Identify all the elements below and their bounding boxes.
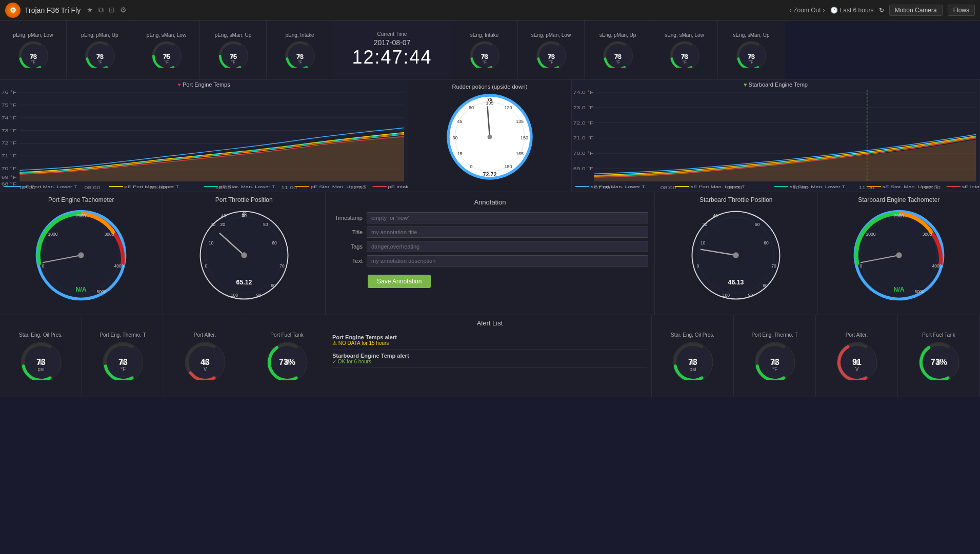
svg-text:60: 60 — [272, 240, 277, 245]
starboard-throttle-title: Starboard Throttle Position — [699, 196, 773, 203]
svg-text:30: 30 — [210, 222, 215, 227]
gauge-row-top: pEng, pMan, Low 73 °F pEng, pMan, Up 73 … — [0, 20, 980, 79]
bottom-gauge-label: Port Alter. — [846, 332, 868, 338]
svg-text:100: 100 — [231, 293, 238, 298]
svg-text:pE Port Man. Lower T: pE Port Man. Lower T — [23, 184, 77, 189]
gauge-peng-intake: pEng, Intake 73 °F — [267, 20, 333, 79]
port-throttle-title: Port Throttle Position — [215, 196, 273, 203]
bottom-row: Star. Eng, Oil Pres. 73 psi Port Eng. Th… — [0, 315, 980, 397]
svg-text:psi: psi — [689, 366, 696, 372]
svg-text:68 °F: 68 °F — [2, 181, 17, 187]
svg-text:180: 180 — [504, 164, 512, 169]
annotation-timestamp-row: Timestamp — [332, 212, 648, 223]
flows-button[interactable]: Flows — [948, 5, 975, 16]
svg-text:pE Port Man. Upper T: pE Port Man. Upper T — [125, 184, 179, 189]
gauge-label: pEng, pMan, Up — [81, 32, 118, 38]
svg-point-176 — [896, 252, 902, 258]
starboard-temp-title: ♥ Starboard Engine Temp — [572, 79, 979, 89]
gauge-seng-sman-low: sEng, sMan, Low 73 °F — [651, 20, 718, 79]
motion-camera-button[interactable]: Motion Camera — [889, 5, 943, 16]
svg-text:72.0 °F: 72.0 °F — [573, 120, 594, 125]
svg-text:73: 73 — [36, 358, 46, 366]
annotation-text-input[interactable] — [367, 255, 648, 266]
svg-text:74 °F: 74 °F — [2, 115, 17, 120]
svg-text:0: 0 — [470, 164, 472, 169]
time-range-label[interactable]: Last 6 hours — [840, 7, 874, 14]
zoom-out-label[interactable]: Zoom Out — [793, 7, 821, 14]
svg-text:°F: °F — [749, 59, 753, 64]
svg-text:73: 73 — [96, 52, 103, 60]
refresh-icon[interactable]: ↻ — [879, 7, 884, 14]
svg-text:60: 60 — [764, 240, 769, 245]
zoom-next-icon[interactable]: › — [823, 7, 825, 14]
bottom-port-fuel-right: Port Fuel Tank 73% — [898, 315, 980, 397]
svg-text:1000: 1000 — [48, 232, 58, 237]
current-clock: 12:47:44 — [352, 47, 432, 68]
bottom-gauge-label: Port Fuel Tank — [270, 332, 303, 338]
zoom-prev-icon[interactable]: ‹ — [789, 7, 791, 14]
svg-text:75: 75 — [487, 97, 492, 102]
svg-text:psi: psi — [37, 366, 44, 372]
current-date: 2017-08-07 — [374, 38, 411, 47]
gauge-svg: 73 °F — [533, 39, 569, 68]
settings-icon[interactable]: ⚙ — [120, 6, 127, 14]
save-annotation-button[interactable]: Save Annotation — [368, 275, 431, 288]
svg-text:50: 50 — [755, 222, 760, 227]
svg-text:120: 120 — [504, 105, 512, 110]
share-icon[interactable]: ⊡ — [109, 6, 115, 14]
svg-text:80: 80 — [271, 283, 276, 288]
alert-starboard-name: Starboard Engine Temp alert — [332, 353, 647, 359]
star-icon[interactable]: ★ — [87, 6, 93, 14]
alert-list-title: Alert List — [332, 319, 647, 327]
bottom-port-alter-right: Port Alter. 91 V — [816, 315, 898, 397]
alert-starboard-status: ✓ OK for 6 hours — [332, 359, 647, 364]
svg-text:69 °F: 69 °F — [2, 175, 17, 180]
gauge-label: pEng, Intake — [285, 32, 314, 38]
svg-text:73: 73 — [614, 52, 621, 60]
svg-text:40: 40 — [713, 213, 718, 218]
port-engine-temps-title: ♥ Port Engine Temps — [0, 79, 408, 89]
svg-text:73%: 73% — [930, 358, 947, 366]
svg-text:73: 73 — [29, 52, 36, 60]
bottom-gauge-svg: 73 °F — [752, 339, 798, 380]
svg-text:N/A: N/A — [76, 286, 87, 293]
port-engine-temps-panel: ♥ Port Engine Temps — [0, 79, 408, 192]
svg-text:N/A: N/A — [893, 286, 904, 293]
svg-text:72.72: 72.72 — [483, 171, 497, 177]
alert-item-starboard: Starboard Engine Temp alert ✓ OK for 6 h… — [332, 350, 647, 368]
green-heart-icon: ♥ — [744, 81, 747, 88]
svg-text:30: 30 — [452, 135, 457, 140]
copy-icon[interactable]: ⧉ — [98, 6, 104, 14]
starboard-tach-title: Starboard Engine Tachometer — [858, 196, 939, 203]
current-time-label: Current Time — [377, 31, 407, 37]
gauge-peng-sman-up: pEng, sMan, Up 75 °F — [200, 20, 267, 79]
annotation-title-input[interactable] — [367, 227, 648, 238]
bottom-gauge-label: Star. Eng, Oil Pres. — [19, 332, 63, 338]
svg-text:60: 60 — [469, 105, 474, 110]
svg-text:73.0 °F: 73.0 °F — [573, 105, 594, 110]
gauge-svg: 75 °F — [149, 39, 185, 68]
svg-text:11:00: 11:00 — [858, 185, 874, 190]
annotation-timestamp-input[interactable] — [367, 212, 648, 223]
annotation-tags-input[interactable] — [367, 241, 648, 252]
svg-text:73: 73 — [748, 52, 755, 60]
gauge-svg: 75 °F — [215, 39, 251, 68]
annotation-timestamp-label: Timestamp — [332, 215, 363, 221]
svg-text:73 °F: 73 °F — [2, 128, 17, 133]
gauge-svg: 73 °F — [733, 39, 769, 68]
gauge-seng-sman-up: sEng, sMan, Up 73 °F — [718, 20, 785, 79]
gauge-svg: 73 °F — [15, 39, 51, 68]
svg-text:pE Star. Man. Upper T: pE Star. Man. Upper T — [311, 184, 367, 189]
bottom-gauge-label: Port Eng. Thermo. T — [751, 332, 797, 338]
svg-text:°F: °F — [549, 59, 553, 64]
gauge-label: sEng, sMan, Up — [733, 32, 769, 38]
gauge-seng-pman-up: sEng, pMan, Up 73 °F — [585, 20, 651, 79]
middle-row: ♥ Port Engine Temps — [0, 79, 980, 192]
bottom-gauge-label: Port Eng. Thermo. T — [99, 332, 146, 338]
svg-text:73: 73 — [770, 358, 779, 366]
annotation-title-row: Title — [332, 227, 648, 238]
dashboard-title: Trojan F36 Tri Fly — [25, 6, 81, 14]
svg-text:71 °F: 71 °F — [2, 153, 17, 158]
svg-text:0: 0 — [205, 263, 207, 269]
svg-text:73: 73 — [118, 358, 128, 366]
